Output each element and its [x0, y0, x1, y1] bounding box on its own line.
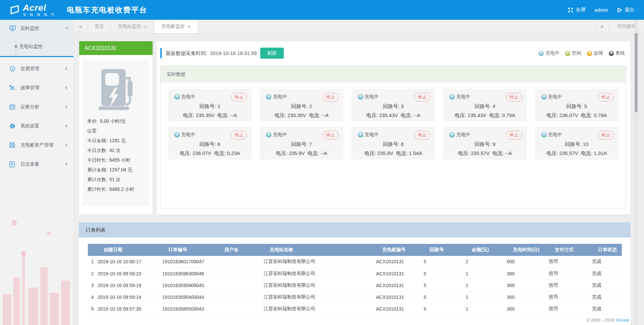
table-row[interactable]: 22019-10-16 09:59:231910163596300046江苏安科… — [88, 268, 622, 279]
table-cell: 1 — [465, 268, 506, 279]
tabs-scroll-left-button[interactable]: « — [74, 20, 88, 33]
scrollbar-thumb[interactable] — [635, 33, 638, 112]
sidebar-item-label: 运营分析 — [20, 104, 39, 110]
fullscreen-button[interactable]: 全屏 — [568, 7, 586, 13]
realtime-data-box: 实时数据 充电中 终止 回路号: 1 电压: 235.35V 电流: --A 充… — [160, 66, 626, 208]
log-document-icon — [9, 161, 16, 167]
table-cell: 2019-10-16 09:57:35 — [97, 303, 162, 315]
column-header: 创建日期 — [97, 244, 162, 256]
circuit-card: 充电中 终止 回路号: 9 电压: 235.57V 电流: --A — [443, 127, 527, 160]
terminate-button[interactable]: 终止 — [506, 93, 522, 102]
device-panel: ACX1010131 单价:5.00 小时/元 位置: 今日金额:1291 元 … — [79, 41, 153, 215]
collect-time-value: 2019-10-16 10:31:59 — [210, 50, 257, 56]
status-sphere-icon — [539, 51, 544, 56]
table-row[interactable]: 12019-10-16 10:00:171910163601700047江苏安科… — [88, 256, 622, 268]
table-cell: ACX1010131 — [375, 268, 423, 279]
stat-total-count: 累计次数:51 次 — [87, 175, 145, 184]
table-cell: 1910163596300046 — [162, 268, 218, 279]
sidebar-item-settings[interactable]: 系统设置 — [0, 116, 73, 136]
acrel-logo-icon — [10, 5, 19, 15]
sidebar-item-pile-assets[interactable]: 充电桩资产管理 — [0, 136, 73, 155]
vertical-scrollbar[interactable] — [635, 20, 638, 325]
table-cell — [218, 256, 263, 268]
circuit-card: 充电中 终止 回路号: 3 电压: 235.43V 电流: --A — [352, 89, 435, 122]
orders-panel: 订单列表 创建日期 订单编号 用户名 充电站名称 — [79, 222, 631, 325]
settings-gear-icon — [9, 123, 16, 129]
table-row[interactable]: 32019-10-16 09:59:191910163595900045江苏安科… — [88, 279, 622, 291]
stat-today-duration: 今日时长:6455 小时 — [87, 155, 145, 165]
sidebar-item-transaction[interactable]: ¥ 交易管理 — [0, 59, 73, 78]
circuit-voltage-current: 电压: 235.43V 电流: 0.79A — [443, 112, 527, 119]
table-cell: 1 — [465, 291, 506, 303]
sidebar-item-operation-analysis[interactable]: 运营分析 — [0, 97, 73, 116]
device-info-card: 单价:5.00 小时/元 位置: 今日金额:1291 元 今日次数:42 次 今… — [83, 59, 149, 206]
logo-subtext: 安 科 瑞 电 气 — [23, 13, 55, 16]
circuit-status-label: 充电中 — [273, 132, 287, 138]
terminate-button[interactable]: 终止 — [414, 93, 430, 102]
terminate-button[interactable]: 终止 — [323, 131, 339, 140]
device-stats: 单价:5.00 小时/元 位置: 今日金额:1291 元 今日次数:42 次 今… — [83, 116, 149, 194]
chevron-left-icon — [65, 105, 69, 109]
charging-status-icon — [541, 132, 547, 138]
acrel-brand-link[interactable]: ©Acrel — [616, 318, 629, 323]
circuit-status: 充电中 — [449, 94, 470, 100]
refresh-button[interactable]: 刷新 — [260, 48, 284, 59]
table-cell: 江苏安科瑞制造有限公司 — [263, 303, 375, 315]
terminate-button[interactable]: 终止 — [414, 131, 430, 140]
table-cell: 完成 — [591, 256, 622, 268]
logout-button[interactable]: 退出 — [617, 7, 635, 13]
terminate-button[interactable]: 终止 — [506, 131, 522, 140]
table-cell: ACX1010131 — [375, 256, 423, 268]
fullscreen-label: 全屏 — [576, 7, 586, 13]
table-row[interactable]: 42019-10-16 09:59:141910163595400044江苏安科… — [88, 291, 622, 303]
tab-station-monitor[interactable]: 充电站监控 ⊗ — [111, 20, 155, 33]
sidebar-item-realtime-monitor[interactable]: 实时监控 — [0, 20, 73, 37]
sidebar-item-fault[interactable]: 故障管理 — [0, 78, 73, 97]
stat-total-duration: 累计时长:6485.2 小时 — [87, 184, 145, 194]
tabs-scroll-right-button[interactable]: » — [595, 20, 609, 33]
username[interactable]: admin — [594, 7, 608, 13]
tab-close-icon[interactable]: ⊗ — [144, 24, 148, 29]
sidebar-subitem-label: 充电站监控 — [19, 44, 43, 50]
terminate-button[interactable]: 终止 — [231, 131, 247, 140]
table-cell: 300 — [506, 291, 548, 303]
circuit-number: 回路号: 7 — [260, 141, 343, 148]
orders-table: 创建日期 订单编号 用户名 充电站名称 充电桩编号 回路号 金额(元) 充电时间… — [88, 244, 622, 315]
table-cell — [218, 279, 263, 291]
logout-label: 退出 — [625, 7, 635, 13]
circuit-status-label: 充电中 — [365, 132, 379, 138]
city-skyline-decoration — [0, 214, 73, 325]
circuit-card: 充电中 终止 回路号: 7 电压: 235.9V 电流: --A — [260, 127, 343, 160]
charging-status-icon — [174, 132, 180, 138]
realtime-data-title: 实时数据 — [161, 66, 626, 82]
sidebar-item-logs[interactable]: 日志查看 — [0, 155, 73, 174]
tab-close-icon[interactable]: ⊗ — [187, 24, 191, 29]
close-operations-button[interactable]: 关闭操作 — [609, 20, 644, 33]
table-cell: 1 — [465, 303, 506, 315]
circuit-card: 充电中 终止 回路号: 8 电压: 235.9V 电流: 1.54A — [352, 127, 435, 160]
terminate-button[interactable]: 终止 — [598, 131, 614, 140]
tab-pile-monitor[interactable]: 充电桩监控 ⊗ — [155, 20, 198, 33]
table-row[interactable]: 52019-10-16 09:57:351910163585500043江苏安科… — [88, 303, 622, 315]
stat-unit-price: 单价:5.00 小时/元 — [87, 116, 145, 126]
tab-home[interactable]: 首页 — [88, 20, 111, 33]
column-header: 充电桩编号 — [375, 244, 423, 256]
circuit-voltage-current: 电压: 236.07V 电流: 0.23A — [168, 150, 252, 157]
terminate-button[interactable]: 终止 — [231, 93, 247, 102]
terminate-button[interactable]: 终止 — [598, 93, 614, 102]
tab-label: 充电桩监控 — [161, 23, 185, 30]
charging-status-icon — [541, 94, 547, 100]
stat-location: 位置: — [87, 126, 145, 136]
sidebar-item-label: 充电桩资产管理 — [20, 142, 53, 148]
sidebar-item-label: 故障管理 — [20, 85, 39, 91]
circuit-number: 回路号: 2 — [260, 103, 343, 110]
sidebar-item-charging-station-monitor[interactable]: 充电站监控 — [0, 37, 73, 56]
charging-status-icon — [266, 132, 271, 138]
table-cell: 江苏安科瑞制造有限公司 — [263, 279, 375, 291]
circuit-card: 充电中 终止 回路号: 5 电压: 236.07V 电流: 0.78A — [535, 89, 619, 122]
collect-time-row: 最新数据采集时间:2019-10-16 10:31:59 — [166, 48, 257, 58]
circuit-card: 充电中 终止 回路号: 1 电压: 235.35V 电流: --A — [168, 89, 252, 122]
terminate-button[interactable]: 终止 — [323, 93, 339, 102]
table-cell: ACX1010131 — [375, 291, 423, 303]
circuit-voltage-current: 电压: 235.9V 电流: --A — [260, 150, 343, 157]
